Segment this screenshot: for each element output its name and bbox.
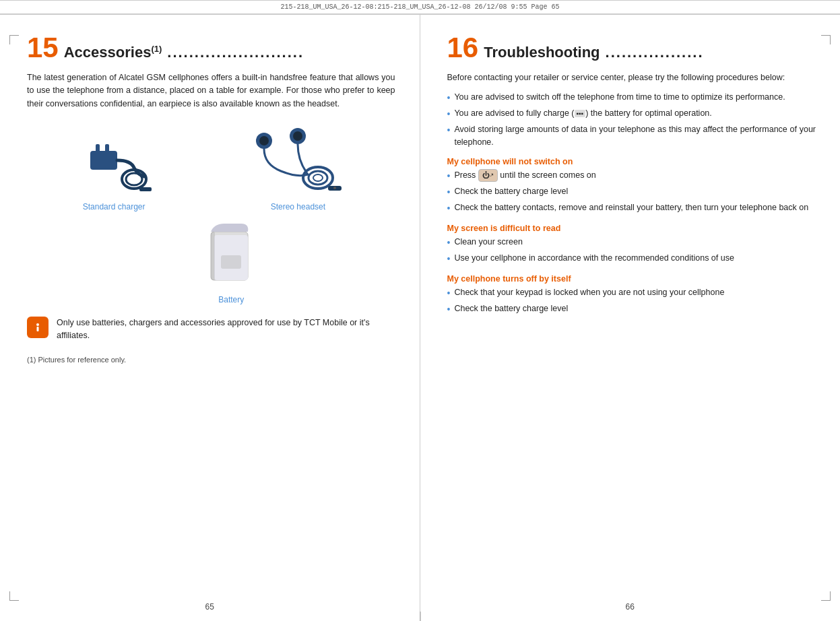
svg-point-7 (259, 136, 269, 145)
corner-mark-tl (9, 35, 19, 44)
notice-icon-svg (30, 319, 46, 335)
bullet-s1-1: • Press ⏻↗ until the screen comes on (447, 169, 816, 183)
chapter16-num: 16 (447, 34, 479, 62)
bullet-dot: • (447, 107, 451, 121)
svg-rect-18 (221, 255, 241, 269)
bullet-dot: • (447, 91, 451, 105)
chapter15-heading: 15 Accessories(1) ......................… (27, 34, 395, 62)
bullet-s3-2: • Check the battery charge level (447, 302, 816, 317)
footnote: (1) Pictures for reference only. (27, 356, 395, 364)
section2-heading: My screen is difficult to read (447, 224, 816, 233)
bullet-general-3: • Avoid storing large amounts of data in… (447, 123, 816, 149)
section1-heading: My cellphone will not switch on (447, 157, 816, 166)
bullet-dot: • (447, 169, 451, 183)
bullet-s3-1: • Check that your keypad is locked when … (447, 286, 816, 300)
troubleshoot-intro: Before contacting your retailer or servi… (447, 71, 816, 84)
svg-point-11 (309, 171, 327, 185)
chapter15-title: Accessories(1) (64, 44, 162, 61)
bullet-text: Press ⏻↗ until the screen comes on (454, 169, 816, 183)
chapter15-body: The latest generation of Alcatel GSM cel… (27, 71, 395, 110)
bullet-text: You are advised to switch off the teleph… (454, 91, 816, 105)
svg-point-9 (293, 131, 302, 141)
bullet-text: Check that your keypad is locked when yo… (454, 286, 816, 300)
svg-rect-0 (90, 151, 117, 170)
chapter16-heading: 16 Troubleshooting .................. (447, 34, 816, 62)
general-bullets: • You are advised to switch off the tele… (447, 91, 816, 149)
bullet-dot: • (447, 123, 451, 149)
battery-caption: Battery (218, 295, 244, 304)
svg-rect-5 (139, 187, 152, 191)
bullet-s2-2: • Use your cellphone in accordance with … (447, 252, 816, 266)
chapter16-title: Troubleshooting (484, 44, 600, 61)
page-number-right: 66 (626, 602, 635, 612)
section2-bullets: • Clean your screen • Use your cellphone… (447, 236, 816, 266)
bullet-s1-2: • Check the battery charge level (447, 185, 816, 199)
center-bottom-mark (420, 612, 420, 621)
page-number-left: 65 (205, 602, 214, 612)
corner-mark-bl (9, 591, 19, 601)
svg-point-4 (126, 173, 142, 185)
bullet-dot: • (447, 201, 451, 216)
notice-icon (27, 317, 49, 338)
bullet-text: Clean your screen (454, 236, 816, 250)
page-container: 215-218_UM_USA_26-12-08:215-218_UM_USA_2… (0, 0, 840, 621)
bullet-general-1: • You are advised to switch off the tele… (447, 91, 816, 105)
svg-rect-1 (96, 144, 100, 152)
content-area: 15 Accessories(1) ......................… (0, 14, 840, 621)
corner-mark-tr (821, 35, 831, 44)
bullet-text: Avoid storing large amounts of data in y… (454, 123, 816, 149)
bullet-dot: • (447, 252, 451, 266)
header-bar: 215-218_UM_USA_26-12-08:215-218_UM_USA_2… (0, 0, 840, 14)
svg-point-12 (313, 174, 323, 181)
bullet-dot: • (447, 185, 451, 199)
battery-section: Battery (67, 218, 395, 304)
svg-rect-21 (37, 327, 39, 331)
header-text: 215-218_UM_USA_26-12-08:215-218_UM_USA_2… (280, 3, 559, 11)
bullet-text: Use your cellphone in accordance with th… (454, 252, 816, 266)
bullet-text: You are advised to fully charge (▪▪▪) th… (454, 107, 816, 121)
right-column: 16 Troubleshooting .................. Be… (420, 15, 841, 621)
notice-text: Only use batteries, chargers and accesso… (57, 317, 395, 342)
corner-mark-br (821, 591, 831, 601)
section3-heading: My cellphone turns off by itself (447, 274, 816, 284)
charger-item: Standard charger (70, 131, 158, 211)
bullet-s2-1: • Clean your screen (447, 236, 816, 250)
left-column: 15 Accessories(1) ......................… (0, 15, 420, 621)
section1-bullets: • Press ⏻↗ until the screen comes on • C… (447, 169, 816, 216)
bullet-text: Check the battery charge level (454, 302, 816, 317)
bullet-general-2: • You are advised to fully charge (▪▪▪) … (447, 107, 816, 121)
bullet-text: Check the battery contacts, remove and r… (454, 201, 816, 216)
headset-caption: Stereo headset (271, 202, 325, 211)
svg-point-20 (36, 323, 39, 326)
svg-rect-2 (105, 144, 109, 152)
section3-bullets: • Check that your keypad is locked when … (447, 286, 816, 317)
svg-point-14 (333, 187, 336, 189)
chapter16-dots: .................. (606, 44, 704, 61)
bullet-dot: • (447, 286, 451, 300)
charger-caption: Standard charger (83, 202, 146, 211)
accessories-images: Standard charger (27, 124, 395, 211)
headset-image (244, 124, 352, 198)
bullet-dot: • (447, 302, 451, 317)
battery-image (201, 218, 261, 292)
bullet-dot: • (447, 236, 451, 250)
bullet-text: Check the battery charge level (454, 185, 816, 199)
svg-rect-17 (211, 232, 215, 280)
chapter15-num: 15 (27, 34, 59, 62)
headset-item: Stereo headset (244, 124, 352, 211)
bullet-s1-3: • Check the battery contacts, remove and… (447, 201, 816, 216)
chapter15-dots: ......................... (167, 44, 304, 61)
notice-box: Only use batteries, chargers and accesso… (27, 317, 395, 342)
charger-image (70, 131, 158, 198)
